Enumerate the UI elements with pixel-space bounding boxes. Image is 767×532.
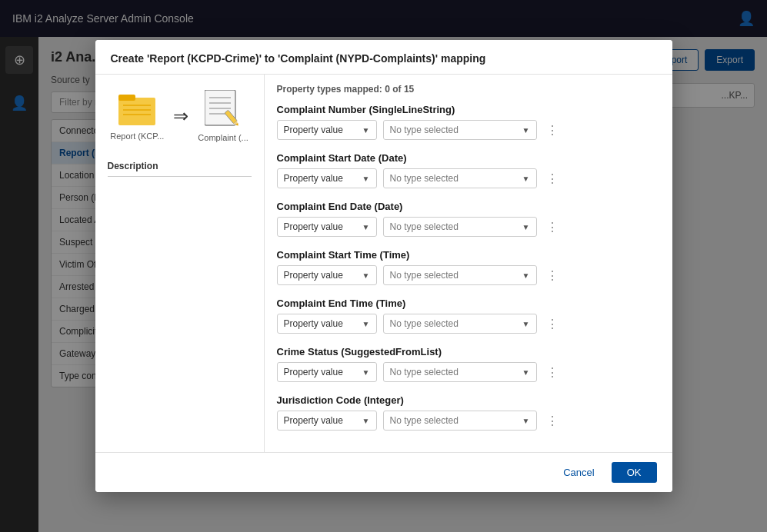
property-section-3: Complaint Start Time (Time) Property val… [277,249,660,285]
prop-row-4: Property value ▼ No type selected ▼ ⋮ [277,314,660,334]
notepad-icon [205,90,238,130]
target-entity-label: Complaint (... [198,133,248,142]
chevron-down-icon: ▼ [522,417,530,425]
chevron-down-icon: ▼ [362,126,370,135]
prop-left-dropdown-5[interactable]: Property value ▼ [277,362,377,382]
prop-menu-icon-1[interactable]: ⋮ [543,170,562,188]
modal-left-panel: Report (KCP... ⇒ [95,75,265,452]
desc-divider [108,176,252,177]
prop-left-dropdown-6[interactable]: Property value ▼ [277,411,377,431]
source-entity-label: Report (KCP... [110,131,164,141]
prop-menu-icon-2[interactable]: ⋮ [543,218,562,236]
chevron-down-icon: ▼ [362,271,370,280]
prop-row-5: Property value ▼ No type selected ▼ ⋮ [277,362,660,382]
prop-menu-icon-4[interactable]: ⋮ [543,315,562,333]
property-section-1: Complaint Start Date (Date) Property val… [277,152,660,188]
chevron-down-icon: ▼ [362,368,370,377]
modal-title: Create 'Report (KCPD-Crime)' to 'Complai… [111,52,657,65]
chevron-down-icon: ▼ [522,271,530,280]
mapped-count: Property types mapped: 0 of 15 [277,84,660,95]
prop-row-1: Property value ▼ No type selected ▼ ⋮ [277,168,660,188]
prop-right-dropdown-4[interactable]: No type selected ▼ [383,314,537,334]
chevron-down-icon: ▼ [522,368,530,377]
chevron-down-icon: ▼ [362,320,370,328]
chevron-down-icon: ▼ [362,175,370,183]
chevron-down-icon: ▼ [522,126,530,135]
prop-left-dropdown-3[interactable]: Property value ▼ [277,265,377,285]
prop-menu-icon-5[interactable]: ⋮ [543,364,562,381]
source-entity: Report (KCP... [110,91,164,141]
prop-row-2: Property value ▼ No type selected ▼ ⋮ [277,217,660,237]
prop-menu-icon-6[interactable]: ⋮ [543,412,562,430]
svg-rect-1 [118,95,135,101]
property-section-4: Complaint End Time (Time) Property value… [277,298,660,334]
ok-button[interactable]: OK [612,462,657,483]
prop-title-4: Complaint End Time (Time) [277,298,660,309]
prop-menu-icon-0[interactable]: ⋮ [543,121,562,139]
modal-dialog: Create 'Report (KCPD-Crime)' to 'Complai… [95,40,672,492]
mapped-count-prefix: Property types mapped: [277,84,382,95]
prop-row-0: Property value ▼ No type selected ▼ ⋮ [277,120,660,140]
notepad-icon-container [205,90,242,130]
prop-right-dropdown-2[interactable]: No type selected ▼ [383,217,537,237]
prop-right-dropdown-6[interactable]: No type selected ▼ [383,411,537,431]
prop-left-dropdown-2[interactable]: Property value ▼ [277,217,377,237]
modal-overlay: Create 'Report (KCPD-Crime)' to 'Complai… [0,0,767,532]
property-section-5: Crime Status (SuggestedFromList) Propert… [277,346,660,382]
prop-row-6: Property value ▼ No type selected ▼ ⋮ [277,411,660,431]
modal-footer: Cancel OK [95,452,672,492]
prop-right-dropdown-5[interactable]: No type selected ▼ [383,362,537,382]
prop-title-0: Complaint Number (SingleLineString) [277,104,660,115]
prop-title-3: Complaint Start Time (Time) [277,249,660,261]
folder-icon [118,91,155,125]
prop-right-dropdown-0[interactable]: No type selected ▼ [383,120,537,140]
property-section-6: Jurisdiction Code (Integer) Property val… [277,394,660,431]
folder-icon-container [118,91,155,128]
prop-title-1: Complaint Start Date (Date) [277,152,660,164]
modal-header: Create 'Report (KCPD-Crime)' to 'Complai… [95,40,672,75]
prop-menu-icon-3[interactable]: ⋮ [543,267,562,284]
prop-title-2: Complaint End Date (Date) [277,201,660,212]
icons-row: Report (KCP... ⇒ [110,90,248,142]
mapped-count-value: 0 of 15 [385,84,414,95]
target-entity: Complaint (... [198,90,248,142]
prop-left-dropdown-0[interactable]: Property value ▼ [277,120,377,140]
prop-left-dropdown-4[interactable]: Property value ▼ [277,314,377,334]
property-sections: Complaint Number (SingleLineString) Prop… [277,104,660,431]
prop-left-dropdown-1[interactable]: Property value ▼ [277,168,377,188]
modal-body: Report (KCP... ⇒ [95,75,672,452]
chevron-down-icon: ▼ [522,175,530,183]
chevron-down-icon: ▼ [362,417,370,425]
prop-title-5: Crime Status (SuggestedFromList) [277,346,660,357]
prop-right-dropdown-3[interactable]: No type selected ▼ [383,265,537,285]
prop-right-dropdown-1[interactable]: No type selected ▼ [383,168,537,188]
property-section-2: Complaint End Date (Date) Property value… [277,201,660,237]
mapping-arrow-icon: ⇒ [173,105,188,127]
property-section-0: Complaint Number (SingleLineString) Prop… [277,104,660,140]
prop-title-6: Jurisdiction Code (Integer) [277,394,660,406]
modal-right-panel[interactable]: Property types mapped: 0 of 15 Complaint… [265,75,672,452]
svg-rect-0 [118,98,155,125]
chevron-down-icon: ▼ [362,223,370,231]
chevron-down-icon: ▼ [522,320,530,328]
description-label: Description [108,161,158,171]
cancel-button[interactable]: Cancel [554,462,603,483]
chevron-down-icon: ▼ [522,223,530,231]
prop-row-3: Property value ▼ No type selected ▼ ⋮ [277,265,660,285]
